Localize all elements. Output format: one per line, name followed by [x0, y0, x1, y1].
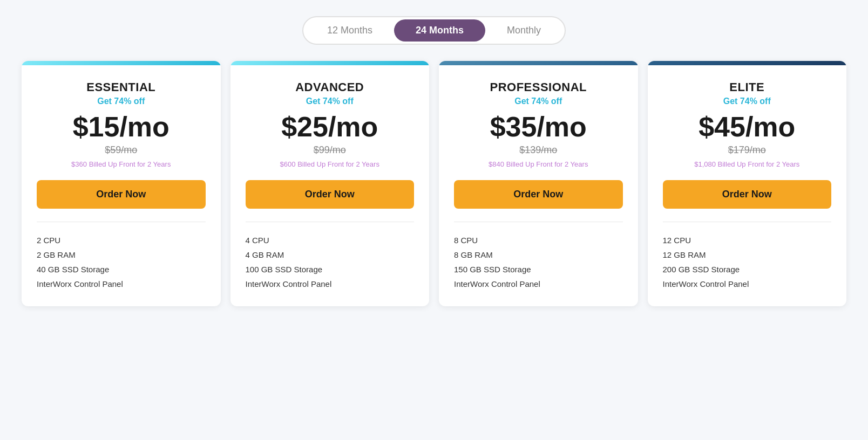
plan-discount-advanced: Get 74% off — [246, 97, 415, 106]
plan-billed-elite: $1,080 Billed Up Front for 2 Years — [663, 160, 832, 168]
plan-price-professional: $35/mo — [454, 112, 623, 142]
card-divider-advanced — [246, 222, 415, 222]
feature-item: 40 GB SSD Storage — [37, 262, 206, 277]
plan-card-advanced: ADVANCEDGet 74% off$25/mo$99/mo$600 Bill… — [230, 61, 430, 306]
plan-original-price-professional: $139/mo — [454, 145, 623, 156]
order-button-professional[interactable]: Order Now — [454, 180, 623, 209]
toggle-option-monthly[interactable]: Monthly — [485, 19, 562, 42]
plan-price-essential: $15/mo — [37, 112, 206, 142]
card-top-bar-advanced — [230, 61, 430, 65]
plan-card-professional: PROFESSIONALGet 74% off$35/mo$139/mo$840… — [439, 61, 638, 306]
feature-item: 4 GB RAM — [246, 248, 415, 262]
feature-item: 4 CPU — [246, 233, 415, 248]
plan-discount-professional: Get 74% off — [454, 97, 623, 106]
card-top-bar-elite — [648, 61, 847, 65]
feature-item: InterWorx Control Panel — [246, 277, 415, 291]
order-button-advanced[interactable]: Order Now — [246, 180, 415, 209]
feature-item: 12 CPU — [663, 233, 832, 248]
toggle-option-12months[interactable]: 12 Months — [306, 19, 394, 42]
plan-billed-essential: $360 Billed Up Front for 2 Years — [37, 160, 206, 168]
plan-name-advanced: ADVANCED — [246, 80, 415, 94]
card-divider-professional — [454, 222, 623, 222]
toggle-option-24months[interactable]: 24 Months — [394, 19, 485, 42]
plan-discount-essential: Get 74% off — [37, 97, 206, 106]
plans-grid: ESSENTIALGet 74% off$15/mo$59/mo$360 Bil… — [22, 61, 846, 306]
plan-billed-advanced: $600 Billed Up Front for 2 Years — [246, 160, 415, 168]
feature-item: InterWorx Control Panel — [663, 277, 832, 291]
plan-discount-elite: Get 74% off — [663, 97, 832, 106]
feature-item: 12 GB RAM — [663, 248, 832, 262]
features-list-professional: 8 CPU8 GB RAM150 GB SSD StorageInterWorx… — [454, 233, 623, 306]
feature-item: 150 GB SSD Storage — [454, 262, 623, 277]
features-list-advanced: 4 CPU4 GB RAM100 GB SSD StorageInterWorx… — [246, 233, 415, 306]
plan-price-advanced: $25/mo — [246, 112, 415, 142]
feature-item: 100 GB SSD Storage — [246, 262, 415, 277]
feature-item: 2 GB RAM — [37, 248, 206, 262]
features-list-elite: 12 CPU12 GB RAM200 GB SSD StorageInterWo… — [663, 233, 832, 306]
feature-item: 200 GB SSD Storage — [663, 262, 832, 277]
feature-item: InterWorx Control Panel — [454, 277, 623, 291]
card-top-bar-professional — [439, 61, 638, 65]
feature-item: 8 GB RAM — [454, 248, 623, 262]
billing-toggle[interactable]: 12 Months24 MonthsMonthly — [302, 16, 566, 45]
card-divider-essential — [37, 222, 206, 222]
feature-item: InterWorx Control Panel — [37, 277, 206, 291]
plan-original-price-elite: $179/mo — [663, 145, 832, 156]
plan-name-essential: ESSENTIAL — [37, 80, 206, 94]
card-divider-elite — [663, 222, 832, 222]
card-top-bar-essential — [22, 61, 221, 65]
order-button-essential[interactable]: Order Now — [37, 180, 206, 209]
plan-name-professional: PROFESSIONAL — [454, 80, 623, 94]
feature-item: 2 CPU — [37, 233, 206, 248]
plan-original-price-advanced: $99/mo — [246, 145, 415, 156]
plan-card-elite: ELITEGet 74% off$45/mo$179/mo$1,080 Bill… — [648, 61, 847, 306]
plan-name-elite: ELITE — [663, 80, 832, 94]
features-list-essential: 2 CPU2 GB RAM40 GB SSD StorageInterWorx … — [37, 233, 206, 306]
plan-original-price-essential: $59/mo — [37, 145, 206, 156]
plan-billed-professional: $840 Billed Up Front for 2 Years — [454, 160, 623, 168]
plan-price-elite: $45/mo — [663, 112, 832, 142]
order-button-elite[interactable]: Order Now — [663, 180, 832, 209]
feature-item: 8 CPU — [454, 233, 623, 248]
plan-card-essential: ESSENTIALGet 74% off$15/mo$59/mo$360 Bil… — [22, 61, 221, 306]
